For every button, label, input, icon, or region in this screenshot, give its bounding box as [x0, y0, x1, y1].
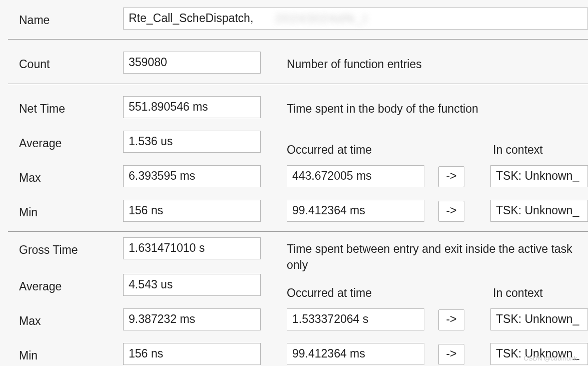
net-min-field[interactable]: 156 ns	[123, 200, 261, 222]
gross-average-label: Average	[19, 280, 62, 293]
net-max-label: Max	[19, 171, 41, 185]
watermark: CSDN @cubmonk	[524, 354, 577, 362]
gross-max-field[interactable]: 9.387232 ms	[123, 308, 261, 330]
net-min-goto-button[interactable]: ->	[438, 201, 464, 222]
name-label: Name	[19, 14, 50, 27]
gross-occurred-at-header: Occurred at time	[287, 286, 372, 300]
gross-max-context-field[interactable]: TSK: Unknown_	[490, 308, 588, 330]
gross-average-field[interactable]: 4.543 us	[123, 274, 261, 296]
net-occurred-at-header: Occurred at time	[287, 143, 372, 157]
net-average-field[interactable]: 1.536 us	[123, 131, 261, 153]
gross-max-at-field[interactable]: 1.533372064 s	[287, 308, 424, 330]
gross-time-field[interactable]: 1.631471010 s	[123, 237, 261, 259]
net-max-context-field[interactable]: TSK: Unknown_	[490, 165, 588, 187]
name-value: Rte_Call_ScheDispatch,	[129, 12, 253, 25]
net-max-at-field[interactable]: 443.672005 ms	[287, 165, 424, 187]
net-time-field[interactable]: 551.890546 ms	[123, 96, 261, 118]
gross-min-goto-button[interactable]: ->	[438, 344, 464, 365]
net-min-label: Min	[19, 206, 38, 219]
gross-max-label: Max	[19, 314, 41, 328]
net-time-description: Time spent in the body of the function	[287, 102, 478, 116]
gross-min-at-field[interactable]: 99.412364 ms	[287, 343, 424, 365]
net-in-context-header: In context	[493, 143, 543, 157]
gross-min-label: Min	[19, 349, 38, 362]
net-min-at-field[interactable]: 99.412364 ms	[287, 200, 424, 222]
net-max-goto-button[interactable]: ->	[438, 166, 464, 187]
net-min-context-field[interactable]: TSK: Unknown_	[490, 200, 588, 222]
count-field[interactable]: 359080	[123, 52, 261, 74]
count-label: Count	[19, 58, 50, 71]
net-max-field[interactable]: 6.393595 ms	[123, 165, 261, 187]
count-description: Number of function entries	[287, 58, 422, 71]
net-average-label: Average	[19, 137, 62, 150]
net-time-label: Net Time	[19, 102, 65, 116]
gross-min-field[interactable]: 156 ns	[123, 343, 261, 365]
name-obscured: 20243024dfk_t	[275, 12, 368, 26]
gross-max-goto-button[interactable]: ->	[438, 309, 464, 330]
gross-in-context-header: In context	[493, 286, 543, 300]
gross-time-label: Gross Time	[19, 243, 78, 257]
gross-time-description: Time spent between entry and exit inside…	[287, 241, 588, 273]
